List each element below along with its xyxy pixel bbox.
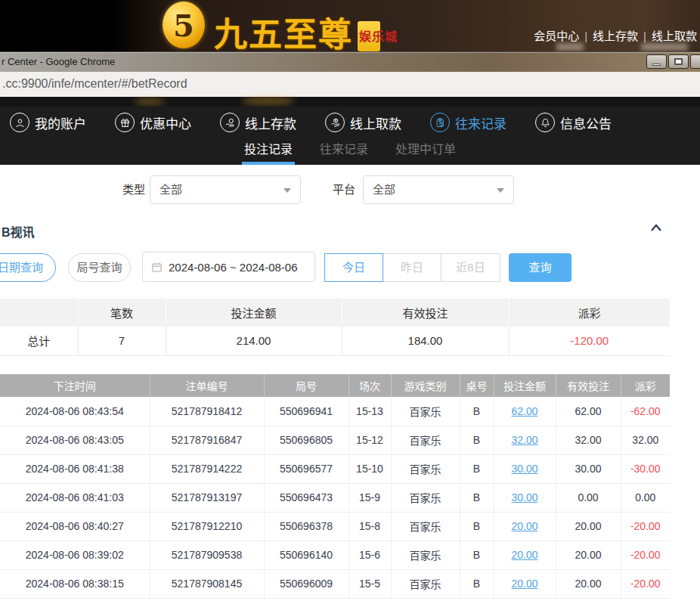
nav-item-announcements[interactable]: 信息公告	[535, 113, 612, 132]
cell-valid-bet: 20.00	[556, 569, 621, 598]
cell-round-no: 550696378	[264, 512, 348, 541]
tab-pending-orders[interactable]: 处理中订单	[393, 139, 458, 165]
type-filter-label: 类型	[122, 175, 145, 204]
logo-glow	[242, 97, 295, 105]
link-online-withdraw[interactable]: 线上取款	[652, 29, 697, 42]
cell-bet-amount: 20.00	[494, 541, 556, 569]
cell-table-no: B	[460, 454, 494, 483]
cell-order-no: 521787918412	[150, 397, 264, 426]
today-button[interactable]: 今日	[324, 253, 383, 282]
page-header-strip	[0, 97, 700, 107]
cell-valid-bet: 20.00	[556, 541, 621, 569]
table-row: 2024-08-06 08:39:02521787909538550696140…	[0, 541, 670, 569]
bet-amount-link[interactable]: 20.00	[511, 520, 537, 532]
header-round-no: 局号	[264, 374, 348, 397]
cell-game-type: 百家乐	[391, 397, 460, 426]
summary-bet-amount: 214.00	[166, 327, 342, 355]
link-member-center[interactable]: 会员中心	[534, 29, 579, 42]
search-button[interactable]: 查询	[509, 253, 571, 282]
header-game-type: 游戏类别	[391, 374, 460, 397]
cell-bet-amount: 62.00	[494, 397, 556, 426]
cell-valid-bet: 32.00	[556, 426, 621, 454]
cell-order-no: 521787914222	[150, 454, 264, 483]
nav-item-online-deposit[interactable]: 线上存款	[220, 113, 296, 132]
cell-game-type: 百家乐	[391, 426, 460, 454]
tab-bet-record[interactable]: 投注记录	[242, 139, 295, 165]
cell-session: 15-10	[348, 454, 391, 483]
cell-session: 15-9	[348, 483, 391, 512]
deposit-icon	[220, 113, 240, 132]
bet-amount-link[interactable]: 30.00	[511, 491, 537, 503]
cell-table-no: B	[460, 426, 494, 454]
nav-item-label: 线上存款	[245, 113, 296, 132]
header-valid-bet: 有效投注	[556, 374, 621, 397]
table-row: 2024-08-06 08:43:05521787916847550696805…	[0, 426, 670, 454]
tab-transaction-record[interactable]: 往来记录	[317, 139, 370, 165]
type-filter-select[interactable]: 全部	[150, 175, 301, 204]
last-8-days-button[interactable]: 近8日	[441, 253, 500, 282]
summary-valid-bet: 184.00	[342, 327, 509, 355]
cell-bet-time: 2024-08-06 08:41:38	[0, 454, 150, 483]
close-button[interactable]	[690, 54, 700, 69]
query-row: 日期查询 局号查询 2024-08-06 ~ 2024-08-06 今日 昨日 …	[0, 252, 700, 282]
nav-item-my-account[interactable]: 我的账户	[10, 113, 86, 132]
url-text: .cc:9900/infe/mcenter/#/betRecord	[0, 77, 187, 91]
summary-header-payout: 派彩	[509, 299, 670, 327]
cell-game-type: 百家乐	[391, 483, 460, 512]
top-links: 会员中心|线上存款|线上取款	[534, 27, 697, 43]
cell-valid-bet: 62.00	[556, 397, 621, 426]
browser-titlebar[interactable]: r Center - Google Chrome	[0, 51, 700, 72]
platform-filter-select[interactable]: 全部	[363, 175, 514, 204]
cell-bet-amount: 30.00	[494, 483, 556, 512]
bet-record-table: 下注时间 注单编号 局号 场次 游戏类别 桌号 投注金额 有效投注 派彩 202…	[0, 374, 670, 599]
nav-item-transaction-records[interactable]: 往来记录	[430, 113, 506, 132]
table-row: 2024-08-06 08:41:38521787914222550696577…	[0, 454, 670, 483]
url-bar[interactable]: .cc:9900/infe/mcenter/#/betRecord	[0, 72, 700, 97]
minimize-button[interactable]	[646, 54, 667, 69]
round-query-button[interactable]: 局号查询	[68, 253, 131, 282]
sub-tab-bar: 投注记录 往来记录 处理中订单	[0, 138, 700, 165]
bet-amount-link[interactable]: 62.00	[511, 405, 537, 417]
cell-session: 15-5	[348, 569, 391, 598]
summary-count: 7	[78, 327, 166, 355]
member-nav: 我的账户 优惠中心 线上存款 线上取款 往来记录	[0, 107, 700, 138]
nav-item-promotions[interactable]: 优惠中心	[115, 113, 191, 132]
header-table-no: 桌号	[460, 374, 494, 397]
summary-total-label: 总计	[0, 327, 78, 355]
cell-order-no: 521787916847	[150, 426, 264, 454]
yesterday-button[interactable]: 昨日	[383, 253, 441, 282]
bet-amount-link[interactable]: 30.00	[511, 463, 537, 475]
blurred-text	[641, 43, 688, 51]
cell-payout: -20.00	[621, 569, 670, 598]
records-icon	[430, 113, 450, 132]
nav-item-online-withdraw[interactable]: 线上取款	[325, 113, 401, 132]
gift-icon	[115, 113, 135, 132]
cell-payout: -20.00	[621, 512, 670, 541]
bet-amount-link[interactable]: 20.00	[511, 549, 537, 561]
cell-table-no: B	[460, 512, 494, 541]
screen: 5 九五至尊 娱乐城 会员中心|线上存款|线上取款 r Center - Goo…	[0, 0, 700, 604]
cell-valid-bet: 20.00	[556, 512, 621, 541]
cell-payout: -20.00	[621, 541, 670, 569]
site-header: 5 九五至尊 娱乐城 会员中心|线上存款|线上取款	[0, 0, 700, 51]
site-logo: 九五至尊	[214, 8, 353, 56]
date-query-button[interactable]: 日期查询	[0, 253, 56, 282]
cell-bet-amount: 30.00	[494, 454, 556, 483]
summary-header-valid-bet: 有效投注	[342, 299, 509, 327]
bet-amount-link[interactable]: 20.00	[511, 578, 537, 590]
cell-game-type: 百家乐	[391, 512, 460, 541]
bell-icon	[535, 113, 555, 132]
bet-amount-link[interactable]: 32.00	[511, 434, 537, 446]
header-bet-time: 下注时间	[0, 374, 150, 397]
cell-session: 15-12	[348, 426, 391, 454]
cell-table-no: B	[460, 569, 494, 598]
restore-button[interactable]	[668, 54, 689, 69]
link-online-deposit[interactable]: 线上存款	[593, 29, 638, 42]
cell-table-no: B	[460, 483, 494, 512]
summary-header-row: 笔数 投注金额 有效投注 派彩	[0, 299, 670, 327]
cell-order-no: 521787912210	[150, 512, 264, 541]
date-range-input[interactable]: 2024-08-06 ~ 2024-08-06	[142, 252, 315, 282]
table-row: 2024-08-06 08:38:15521787908145550696009…	[0, 569, 670, 598]
collapse-chevron-up-icon[interactable]	[649, 221, 665, 237]
cell-order-no: 521787908145	[150, 569, 264, 598]
